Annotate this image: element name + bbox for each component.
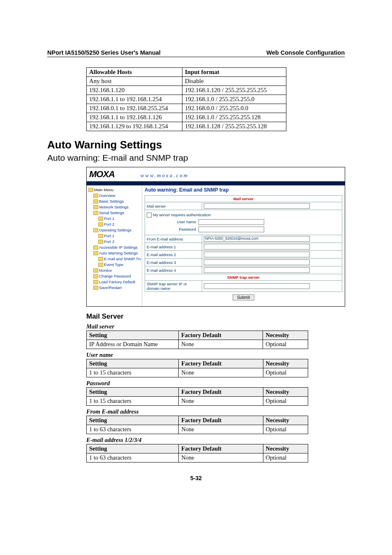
setting-table-3: SettingFactory DefaultNecessity 1 to 63 … xyxy=(86,416,308,434)
nav-network-settings[interactable]: Network Settings xyxy=(88,204,141,210)
nav-event-type[interactable]: Event Type xyxy=(88,262,141,268)
nav-operating-settings[interactable]: Operating Settings xyxy=(88,227,141,233)
email1-label: E-mail address 1 xyxy=(145,243,202,251)
moxa-logo: MOXA xyxy=(89,169,115,180)
page-number: 5-32 xyxy=(47,475,345,481)
password-input[interactable] xyxy=(198,227,264,232)
nav-serial-settings[interactable]: Serial Settings xyxy=(88,210,141,216)
email2-label: E-mail address 2 xyxy=(145,251,202,259)
setting-title-3: From E-mail address xyxy=(86,408,345,415)
table-row: 192.168.0.1 to 192.168.255.254192.168.0.… xyxy=(87,104,286,113)
panel-title: Auto warning: Email and SNMP trap xyxy=(145,187,342,193)
subsection-title: Auto warning: E-mail and SNMP trap xyxy=(47,153,345,163)
from-email-input[interactable]: NPIA-5250_525016@moxa.com xyxy=(204,236,310,242)
table-row: 192.168.1.1 to 192.168.1.126192.168.1.0 … xyxy=(87,113,286,122)
nav-op-port2[interactable]: Port 2 xyxy=(88,239,141,245)
nav-auto-warning[interactable]: Auto Warning Settings xyxy=(88,250,141,256)
header-left: NPort IA5150/5250 Series User's Manual xyxy=(47,49,161,56)
setting-table-2: SettingFactory DefaultNecessity 1 to 15 … xyxy=(86,387,308,406)
header-bar xyxy=(87,181,345,185)
allowable-hosts-table: Allowable Hosts Input format Any hostDis… xyxy=(86,67,286,131)
table-row: 192.168.1.120192.168.1.120 / 255.255.255… xyxy=(87,86,286,95)
th-format: Input format xyxy=(182,68,286,77)
setting-table-0: SettingFactory DefaultNecessity IP Addre… xyxy=(86,331,308,349)
nav-basic-settings[interactable]: Basic Settings xyxy=(88,199,141,204)
setting-title-2: Password xyxy=(86,380,345,387)
setting-title-0: Mail server xyxy=(86,323,345,330)
th-allowable: Allowable Hosts xyxy=(87,68,182,77)
email1-input[interactable] xyxy=(204,244,310,250)
setting-table-1: SettingFactory DefaultNecessity 1 to 15 … xyxy=(86,359,308,377)
from-email-label: From E-mail address xyxy=(145,235,202,243)
nav-accessible-ip[interactable]: Accessible IP Settings xyxy=(88,245,141,250)
header-right: Web Console Configuration xyxy=(266,49,345,56)
email3-input[interactable] xyxy=(204,259,310,265)
section-title: Auto Warning Settings xyxy=(47,139,345,151)
user-name-input[interactable] xyxy=(198,219,264,225)
nav-overview[interactable]: Overview xyxy=(88,193,141,199)
nav-serial-port2[interactable]: Port 2 xyxy=(88,222,141,227)
table-row: 192.168.1.1 to 192.168.1.254192.168.1.0 … xyxy=(87,95,286,104)
mail-server-form: Mail server Mail server My server requir… xyxy=(145,195,342,292)
submit-button[interactable]: Submit xyxy=(233,294,254,301)
table-row: Any hostDisable xyxy=(87,77,286,86)
email4-input[interactable] xyxy=(204,267,310,273)
nav-root[interactable]: Main Menu xyxy=(88,187,141,193)
auth-checkbox[interactable] xyxy=(147,213,152,217)
snmp-heading: SNMP trap server xyxy=(145,274,342,281)
nav-load-factory-default[interactable]: Load Factory Default xyxy=(88,279,141,285)
nav-serial-port1[interactable]: Port 1 xyxy=(88,216,141,222)
moxa-url: www.moxa.com xyxy=(141,172,189,178)
email2-input[interactable] xyxy=(204,252,310,257)
mail-server-input[interactable] xyxy=(204,203,310,209)
nav-save-restart[interactable]: Save/Restart xyxy=(88,285,141,291)
nav-monitor[interactable]: Monitor xyxy=(88,268,141,273)
password-label: Password xyxy=(147,227,198,231)
setting-title-4: E-mail address 1/2/3/4 xyxy=(86,437,345,444)
nav-email-snmp[interactable]: E-mail and SNMP Trap xyxy=(88,256,141,262)
snmp-input[interactable] xyxy=(204,283,310,289)
auth-row: My server requires authentication User n… xyxy=(145,210,342,235)
nav-change-password[interactable]: Change Password xyxy=(88,273,141,279)
setting-table-4: SettingFactory DefaultNecessity 1 to 63 … xyxy=(86,444,308,462)
web-console-screenshot: MOXA www.moxa.com Main Menu Overview Bas… xyxy=(86,167,345,307)
email3-label: E-mail address 3 xyxy=(145,259,202,266)
setting-title-1: User name xyxy=(86,352,345,358)
table-row: 192.168.1.129 to 192.168.1.254192.168.1.… xyxy=(87,122,286,131)
mail-server-section-heading: Mail Server xyxy=(86,312,345,321)
mail-server-heading: Mail server xyxy=(145,196,342,202)
page-header: NPort IA5150/5250 Series User's Manual W… xyxy=(47,49,345,57)
mail-server-label: Mail server xyxy=(145,202,202,210)
user-name-label: User name xyxy=(147,220,198,224)
snmp-label: SNMP trap server IP or domain name xyxy=(145,281,202,292)
nav-tree: Main Menu Overview Basic Settings Networ… xyxy=(87,185,142,306)
email4-label: E-mail address 4 xyxy=(145,266,202,274)
nav-op-port1[interactable]: Port 1 xyxy=(88,233,141,239)
